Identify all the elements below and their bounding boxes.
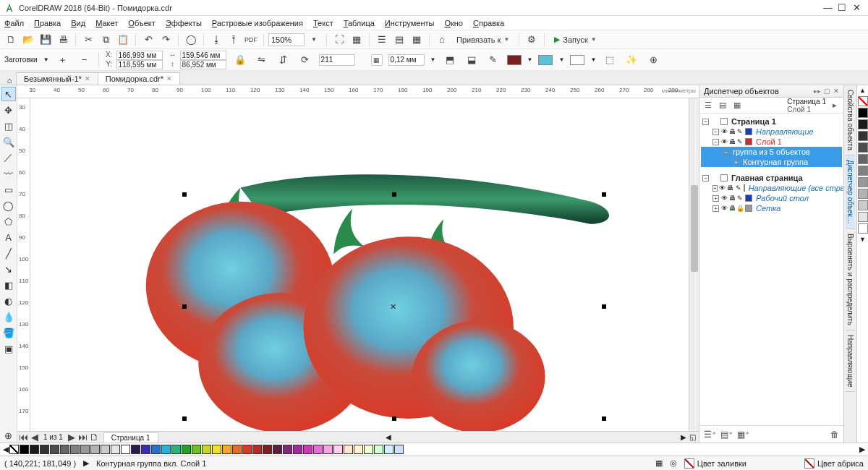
tree-row[interactable]: −Страница 1 <box>701 116 842 127</box>
selection-handle[interactable] <box>602 192 606 197</box>
color-swatch[interactable] <box>222 445 231 454</box>
y-coord-field[interactable]: 118,595 мм <box>116 60 163 69</box>
palette-down[interactable]: ▼ <box>857 234 868 244</box>
freehand-tool[interactable]: ／ <box>1 150 16 165</box>
add-preset-button[interactable]: ＋ <box>55 52 71 68</box>
options-button[interactable]: ⚙ <box>524 32 540 48</box>
docker-tab[interactable]: Свойства объекта <box>846 85 855 155</box>
fill-tool[interactable]: 🪣 <box>1 325 16 340</box>
selection-handle[interactable] <box>182 416 187 421</box>
rulers-button[interactable]: ▦ <box>349 32 365 48</box>
presets-caret[interactable]: ▼ <box>43 56 49 63</box>
color-swatch[interactable] <box>40 445 49 454</box>
zoom-level[interactable]: 150% <box>268 33 305 46</box>
palette-right[interactable]: ▶ <box>859 445 865 454</box>
effects-button[interactable]: ✨ <box>624 52 639 68</box>
color-swatch[interactable] <box>354 445 363 454</box>
vertical-ruler[interactable]: 3040506070809010011012013014015016017018… <box>17 98 30 431</box>
tree-row[interactable]: −👁🖶✎Направляющие <box>701 127 842 137</box>
new-doc-button[interactable]: 🗋 <box>3 32 19 48</box>
color-swatch[interactable] <box>293 445 302 454</box>
color-swatch[interactable] <box>364 445 373 454</box>
color-swatch[interactable] <box>212 445 221 454</box>
ellipse-tool[interactable]: ◯ <box>1 198 16 213</box>
rotation-field[interactable]: 211 <box>319 54 355 66</box>
tree-row[interactable]: +Контурная группа <box>701 157 842 167</box>
menu-Справка[interactable]: Справка <box>473 19 504 27</box>
outline-color-swatch[interactable] <box>570 55 584 65</box>
color-swatch[interactable] <box>171 445 181 454</box>
color-swatch[interactable] <box>858 166 868 176</box>
zoom-tool[interactable]: 🔍 <box>1 134 16 149</box>
color-swatch[interactable] <box>858 189 868 199</box>
no-color-swatch[interactable] <box>858 96 868 106</box>
vertical-scrollbar[interactable] <box>689 98 699 431</box>
selection-handle[interactable] <box>182 192 187 197</box>
menu-Файл[interactable]: Файл <box>4 19 24 27</box>
color-swatch[interactable] <box>50 445 59 454</box>
remove-preset-button[interactable]: − <box>77 52 93 68</box>
color-swatch[interactable] <box>121 445 130 454</box>
page-1-tab[interactable]: Страница 1 <box>103 432 158 443</box>
minimize-button[interactable]: — <box>820 1 835 14</box>
selection-handle[interactable] <box>602 304 606 309</box>
copy-button[interactable]: ⧉ <box>98 32 114 48</box>
menu-Окно[interactable]: Окно <box>444 19 463 27</box>
x-coord-field[interactable]: 166,993 мм <box>116 51 163 60</box>
cut-button[interactable]: ✂ <box>80 32 96 48</box>
color-swatch[interactable] <box>858 154 868 164</box>
save-button[interactable]: 💾 <box>38 32 54 48</box>
drawing-canvas[interactable]: ✕ <box>30 98 689 431</box>
color-swatch[interactable] <box>374 445 383 454</box>
color-palette-horizontal[interactable]: ◀ ▶ <box>0 443 868 456</box>
last-page-button[interactable]: ⏭ <box>77 430 89 445</box>
align-button[interactable]: ☰ <box>374 32 390 48</box>
color-swatch[interactable] <box>20 445 29 454</box>
hscroll-right[interactable]: ▶ <box>681 433 686 441</box>
prev-page-button[interactable]: ◀ <box>29 430 41 445</box>
to-back-button[interactable]: ⬓ <box>464 52 480 68</box>
doc-tab[interactable]: Помидорка.cdr*✕ <box>98 72 180 85</box>
navigator-icon[interactable]: ◱ <box>686 433 699 441</box>
color-swatch[interactable] <box>161 445 171 454</box>
new-child-button[interactable]: ▦⁺ <box>737 430 749 440</box>
color-swatch[interactable] <box>60 445 69 454</box>
color-swatch[interactable] <box>182 445 191 454</box>
table-button[interactable]: ▦ <box>409 32 425 48</box>
paste-button[interactable]: 📋 <box>115 32 131 48</box>
horizontal-ruler[interactable]: миллиметры 30405060708090100110120130140… <box>17 85 699 98</box>
shape-tool[interactable]: ✥ <box>1 103 16 117</box>
home-tab-icon[interactable]: ⌂ <box>3 76 16 85</box>
menu-Текст[interactable]: Текст <box>313 19 333 27</box>
hscroll-left[interactable]: ◀ <box>386 433 391 441</box>
mirror-h-button[interactable]: ⇋ <box>254 52 270 68</box>
menu-Вид[interactable]: Вид <box>71 19 85 27</box>
color-swatch[interactable] <box>858 223 868 234</box>
close-button[interactable]: ✕ <box>849 1 864 14</box>
outline-width-field[interactable]: 0,12 мм <box>388 54 425 66</box>
polygon-tool[interactable]: ⬠ <box>1 214 16 228</box>
panel-header[interactable]: Диспетчер объектов ▸▸▢✕ <box>699 85 843 98</box>
menu-Таблица[interactable]: Таблица <box>344 19 375 27</box>
next-page-button[interactable]: ▶ <box>66 430 77 445</box>
menu-Растровые изображения[interactable]: Растровые изображения <box>212 19 303 27</box>
drop-shadow-tool[interactable]: ◧ <box>1 278 16 292</box>
menu-Инструменты[interactable]: Инструменты <box>385 19 435 27</box>
page-presets-label[interactable]: Заготовки <box>4 56 38 64</box>
object-tree[interactable]: −Страница 1−👁🖶✎Направляющие−👁🖶✎Слой 1−гр… <box>699 114 843 425</box>
color-swatch[interactable] <box>252 445 262 454</box>
lock-ratio-button[interactable]: 🔒 <box>232 52 248 68</box>
snap-status-icon[interactable]: ◎ <box>670 458 677 468</box>
tree-row[interactable]: −👁🖶✎Слой 1 <box>701 137 842 147</box>
add-button[interactable]: ⊕ <box>645 52 661 68</box>
color-swatch[interactable] <box>202 445 211 454</box>
color-swatch[interactable] <box>80 445 90 454</box>
docker-tab[interactable]: Направляющие <box>846 330 855 393</box>
selection-handle[interactable] <box>602 416 606 421</box>
close-tab-icon[interactable]: ✕ <box>166 75 172 82</box>
selection-handle[interactable] <box>182 304 187 309</box>
fullscreen-button[interactable]: ⛶ <box>331 32 347 48</box>
color-swatch[interactable] <box>858 177 868 187</box>
tree-row[interactable]: +👁🖶🔒Сетка <box>701 203 842 213</box>
color-swatch[interactable] <box>192 445 201 454</box>
